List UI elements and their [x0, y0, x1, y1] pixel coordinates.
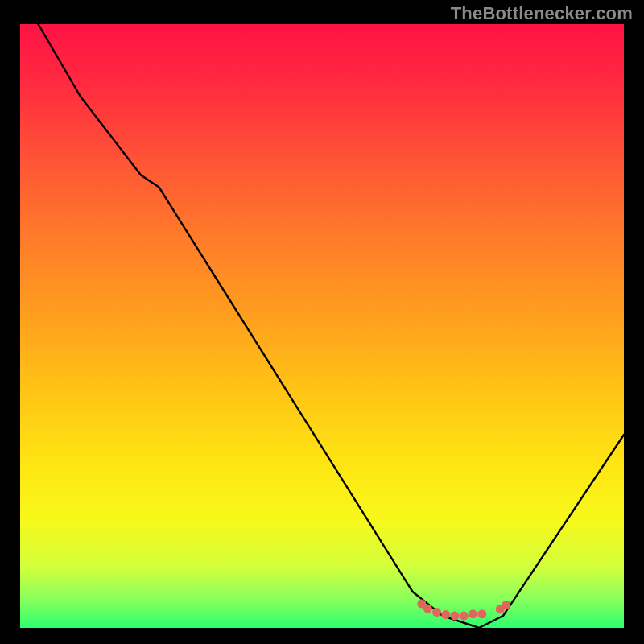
sweet-spot-point — [502, 601, 510, 609]
sweet-spot-point — [460, 612, 469, 621]
sweet-spot-point — [423, 605, 432, 613]
sweet-spot-point — [441, 610, 450, 619]
sweet-spot-point — [469, 609, 477, 618]
sweet-spot-point — [477, 609, 486, 618]
sweet-spot-point — [451, 612, 460, 621]
watermark-label: TheBottlenecker.com — [451, 3, 633, 24]
plot-background — [20, 24, 624, 628]
sweet-spot-point — [432, 608, 441, 617]
bottleneck-chart — [0, 0, 644, 644]
chart-frame: TheBottlenecker.com — [0, 0, 644, 644]
